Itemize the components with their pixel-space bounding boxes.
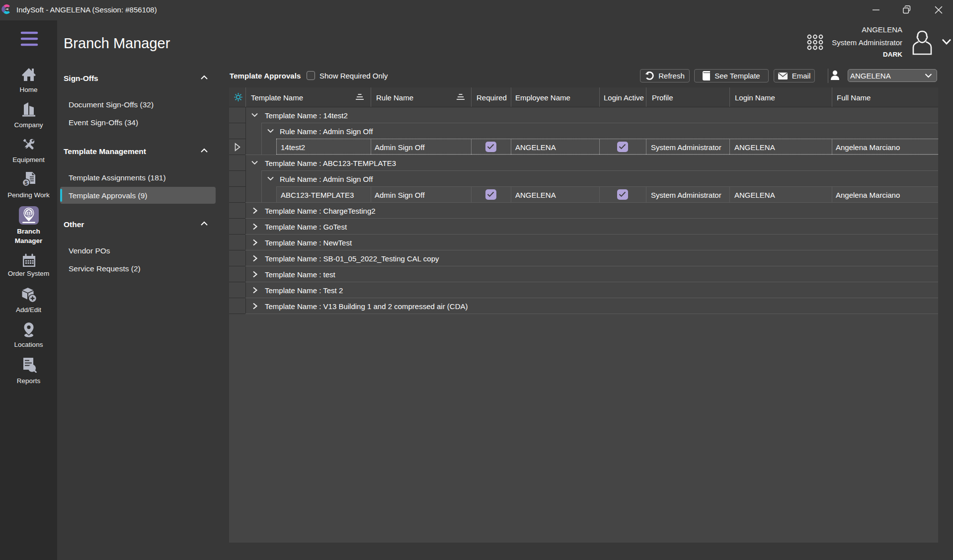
svg-text:$: $ — [24, 180, 28, 186]
